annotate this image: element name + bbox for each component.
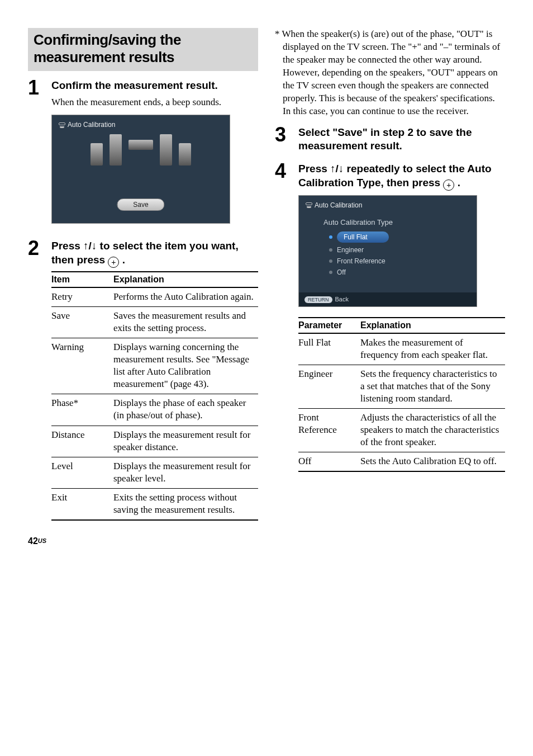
step-4: 4 Press ↑/↓ repeatedly to select the Aut… <box>275 161 505 472</box>
ss1-title: Auto Calibration <box>68 121 115 129</box>
table-row: EngineerSets the frequency characteristi… <box>298 365 505 408</box>
speaker-icon <box>160 134 172 166</box>
enter-icon: + <box>443 179 454 191</box>
table-row: LevelDisplays the measurement result for… <box>51 457 258 488</box>
table-row: Full FlatMakes the measurement of freque… <box>298 333 505 365</box>
ss2-title: Auto Calibration <box>315 201 362 209</box>
save-button[interactable]: Save <box>117 199 164 211</box>
ss2-footer: RETURNBack <box>299 292 477 306</box>
ss2-subtitle: Auto Calibration Type <box>313 216 462 230</box>
auto-cal-icon <box>306 202 312 208</box>
return-button[interactable]: RETURN <box>304 296 332 303</box>
th-expl: Explanation <box>360 318 505 333</box>
step-1: 1 Confirm the measurement result. When t… <box>28 78 258 234</box>
step2-heading: Press ↑/↓ to select the item you want, t… <box>51 239 258 268</box>
radio-engineer[interactable]: Engineer <box>313 244 462 256</box>
step1-desc: When the measurement ends, a beep sounds… <box>51 96 258 109</box>
section-header: Confirming/saving the measurement result… <box>28 28 258 71</box>
step1-heading: Confirm the measurement result. <box>51 79 258 93</box>
table-row: WarningDisplays warning concerning the m… <box>51 338 258 394</box>
table-row: Front ReferenceAdjusts the characteristi… <box>298 409 505 452</box>
speaker-icon <box>179 143 191 166</box>
table-row: ExitExits the setting process without sa… <box>51 488 258 520</box>
table-row: Phase*Displays the phase of each speaker… <box>51 394 258 426</box>
radio-front-ref[interactable]: Front Reference <box>313 256 462 267</box>
screenshot-caltype: Auto Calibration Auto Calibration Type F… <box>298 195 477 307</box>
table-row: DistanceDisplays the measurement result … <box>51 426 258 457</box>
step-3: 3 Select "Save" in step 2 to save the me… <box>275 125 505 157</box>
enter-icon: + <box>108 257 119 268</box>
step-number: 2 <box>28 238 51 258</box>
th-item: Item <box>51 272 113 287</box>
radio-full-flat[interactable]: Full Flat <box>313 230 462 244</box>
speaker-icon <box>91 143 103 166</box>
step3-heading: Select "Save" in step 2 to save the meas… <box>298 126 505 153</box>
step-number: 1 <box>28 78 51 98</box>
step-2: 2 Press ↑/↓ to select the item you want,… <box>28 238 258 521</box>
phase-footnote: * When the speaker(s) is (are) out of th… <box>275 28 505 118</box>
items-table: Item Explanation RetryPerforms the Auto … <box>51 271 258 521</box>
parameters-table: Parameter Explanation Full FlatMakes the… <box>298 317 505 472</box>
section-title: Confirming/saving the measurement result… <box>34 31 253 65</box>
th-expl: Explanation <box>113 272 258 287</box>
step4-heading: Press ↑/↓ repeatedly to select the Auto … <box>298 162 505 191</box>
auto-cal-icon <box>59 122 65 128</box>
th-param: Parameter <box>298 318 360 333</box>
radio-off[interactable]: Off <box>313 267 462 278</box>
step-number: 3 <box>275 125 298 145</box>
table-row: SaveSaves the measurement results and ex… <box>51 306 258 338</box>
speaker-icon <box>110 134 122 166</box>
step-number: 4 <box>275 161 298 181</box>
speaker-icon <box>129 140 153 150</box>
table-row: RetryPerforms the Auto Calibration again… <box>51 287 258 307</box>
table-row: OffSets the Auto Calibration EQ to off. <box>298 452 505 472</box>
screenshot-save: Auto Calibration Save <box>51 115 230 224</box>
page-number: 42US <box>0 536 533 563</box>
